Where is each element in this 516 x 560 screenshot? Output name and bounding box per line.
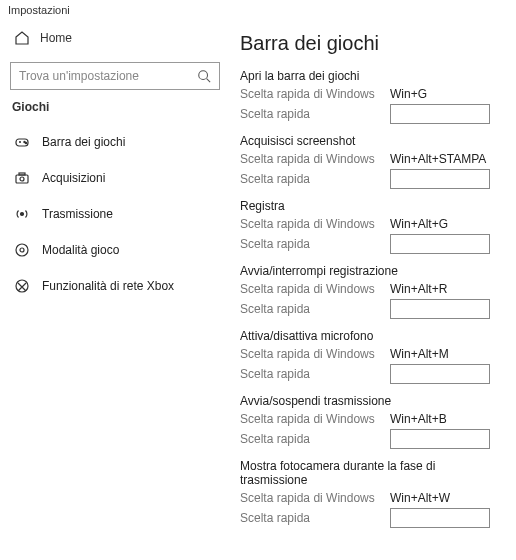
section-title: Acquisisci screenshot [240, 134, 506, 148]
svg-point-2 [24, 141, 25, 142]
captures-icon [14, 170, 30, 186]
sidebar-item-label: Trasmissione [42, 207, 113, 221]
category-title: Giochi [12, 100, 220, 114]
broadcast-icon [14, 206, 30, 222]
search-icon [197, 69, 211, 83]
windows-shortcut-label: Scelta rapida di Windows [240, 87, 390, 101]
section-title: Mostra fotocamera durante la fase di tra… [240, 459, 506, 487]
shortcut-section: Mostra fotocamera durante la fase di tra… [240, 459, 506, 528]
svg-point-7 [21, 213, 24, 216]
sidebar: Home Giochi Barra dei giochi [0, 20, 230, 538]
window-title: Impostazioni [0, 0, 516, 20]
svg-rect-5 [19, 173, 25, 175]
custom-shortcut-label: Scelta rapida [240, 172, 390, 186]
custom-shortcut-input[interactable] [390, 364, 490, 384]
custom-shortcut-label: Scelta rapida [240, 511, 390, 525]
sidebar-item-xbox-networking[interactable]: Funzionalità di rete Xbox [10, 268, 220, 304]
shortcut-section: Attiva/disattiva microfonoScelta rapida … [240, 329, 506, 384]
svg-point-10 [16, 280, 28, 292]
shortcut-section: Avvia/interrompi registrazioneScelta rap… [240, 264, 506, 319]
sidebar-item-game-mode[interactable]: Modalità gioco [10, 232, 220, 268]
shortcut-section: Apri la barra dei giochiScelta rapida di… [240, 69, 506, 124]
sidebar-item-label: Acquisizioni [42, 171, 105, 185]
custom-shortcut-label: Scelta rapida [240, 367, 390, 381]
windows-shortcut-value: Win+Alt+STAMPA [390, 152, 486, 166]
svg-point-0 [199, 71, 208, 80]
home-button[interactable]: Home [10, 20, 220, 56]
main-content: Barra dei giochi Apri la barra dei gioch… [230, 20, 516, 538]
custom-shortcut-input[interactable] [390, 508, 490, 528]
section-title: Avvia/sospendi trasmissione [240, 394, 506, 408]
sidebar-item-captures[interactable]: Acquisizioni [10, 160, 220, 196]
custom-shortcut-input[interactable] [390, 169, 490, 189]
custom-shortcut-input[interactable] [390, 429, 490, 449]
custom-shortcut-input[interactable] [390, 234, 490, 254]
windows-shortcut-value: Win+Alt+G [390, 217, 448, 231]
svg-point-9 [20, 248, 24, 252]
search-box[interactable] [10, 62, 220, 90]
windows-shortcut-label: Scelta rapida di Windows [240, 217, 390, 231]
sidebar-item-label: Barra dei giochi [42, 135, 125, 149]
svg-rect-4 [16, 175, 28, 183]
windows-shortcut-label: Scelta rapida di Windows [240, 152, 390, 166]
windows-shortcut-value: Win+G [390, 87, 427, 101]
sidebar-item-game-bar[interactable]: Barra dei giochi [10, 124, 220, 160]
shortcut-section: Acquisisci screenshotScelta rapida di Wi… [240, 134, 506, 189]
sidebar-item-label: Modalità gioco [42, 243, 119, 257]
windows-shortcut-value: Win+Alt+B [390, 412, 447, 426]
windows-shortcut-value: Win+Alt+R [390, 282, 447, 296]
custom-shortcut-label: Scelta rapida [240, 237, 390, 251]
svg-point-8 [16, 244, 28, 256]
custom-shortcut-label: Scelta rapida [240, 432, 390, 446]
custom-shortcut-label: Scelta rapida [240, 302, 390, 316]
svg-point-6 [20, 177, 24, 181]
section-title: Registra [240, 199, 506, 213]
custom-shortcut-input[interactable] [390, 299, 490, 319]
windows-shortcut-label: Scelta rapida di Windows [240, 491, 390, 505]
shortcut-section: Avvia/sospendi trasmissioneScelta rapida… [240, 394, 506, 449]
windows-shortcut-label: Scelta rapida di Windows [240, 412, 390, 426]
game-bar-icon [14, 134, 30, 150]
section-title: Apri la barra dei giochi [240, 69, 506, 83]
section-title: Attiva/disattiva microfono [240, 329, 506, 343]
search-input[interactable] [19, 69, 197, 83]
game-mode-icon [14, 242, 30, 258]
home-icon [14, 30, 30, 46]
home-label: Home [40, 31, 72, 45]
windows-shortcut-label: Scelta rapida di Windows [240, 347, 390, 361]
custom-shortcut-label: Scelta rapida [240, 107, 390, 121]
sidebar-item-label: Funzionalità di rete Xbox [42, 279, 174, 293]
windows-shortcut-value: Win+Alt+M [390, 347, 449, 361]
shortcut-section: RegistraScelta rapida di WindowsWin+Alt+… [240, 199, 506, 254]
svg-point-3 [25, 142, 26, 143]
sidebar-item-broadcast[interactable]: Trasmissione [10, 196, 220, 232]
page-title: Barra dei giochi [240, 32, 506, 55]
windows-shortcut-value: Win+Alt+W [390, 491, 450, 505]
section-title: Avvia/interrompi registrazione [240, 264, 506, 278]
windows-shortcut-label: Scelta rapida di Windows [240, 282, 390, 296]
custom-shortcut-input[interactable] [390, 104, 490, 124]
xbox-icon [14, 278, 30, 294]
